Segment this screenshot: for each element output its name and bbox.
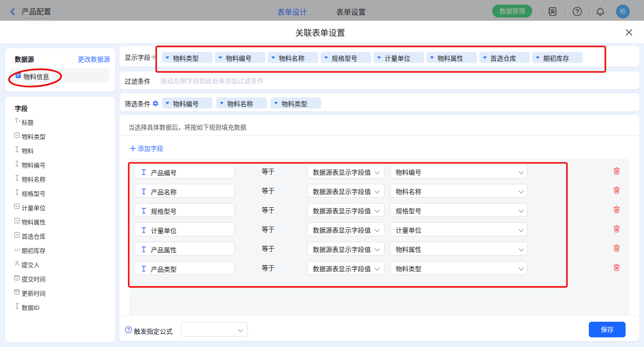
- svg-text:7: 7: [16, 291, 18, 294]
- svg-text:7: 7: [16, 277, 18, 280]
- svg-text:123: 123: [14, 248, 21, 252]
